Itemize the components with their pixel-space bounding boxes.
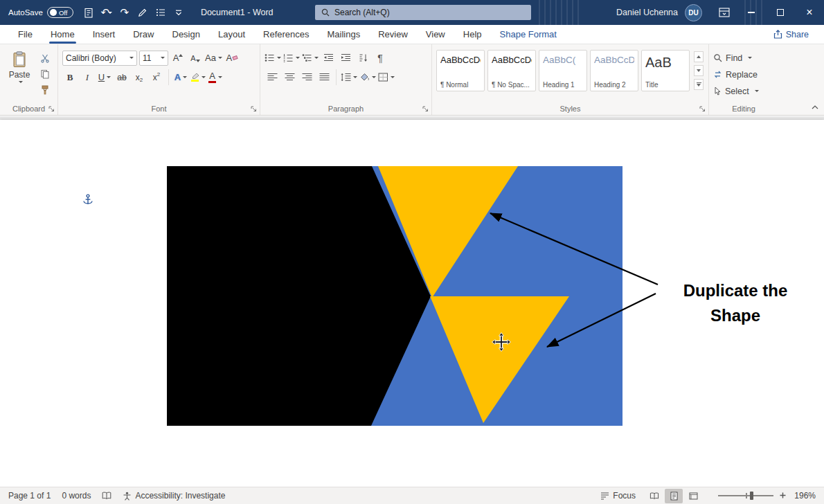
- zoom-level[interactable]: 196%: [792, 491, 816, 501]
- align-center-button[interactable]: [282, 70, 297, 84]
- word-count-status[interactable]: 0 words: [62, 491, 91, 501]
- style-no-spacing[interactable]: AaBbCcDc ¶ No Spac...: [487, 50, 536, 91]
- paragraph-dialog-launcher[interactable]: [422, 106, 429, 112]
- tab-home[interactable]: Home: [42, 26, 84, 43]
- replace-button[interactable]: Replace: [713, 68, 775, 81]
- autosave-pill[interactable]: Off: [47, 7, 73, 18]
- show-formatting-marks-button[interactable]: ¶: [373, 51, 388, 65]
- font-size-value: 11: [143, 53, 151, 63]
- page-number-status[interactable]: Page 1 of 1: [8, 491, 51, 501]
- font-dialog-launcher[interactable]: [251, 106, 257, 112]
- underline-button[interactable]: U: [97, 70, 112, 84]
- zoom-slider-thumb[interactable]: [750, 492, 753, 500]
- font-name-select[interactable]: Calibri (Body): [62, 51, 137, 66]
- numbering-button[interactable]: [283, 51, 300, 65]
- style-normal[interactable]: AaBbCcDc ¶ Normal: [436, 50, 485, 91]
- clear-formatting-button[interactable]: A: [224, 51, 240, 65]
- bullets-button[interactable]: [265, 51, 281, 65]
- copy-button[interactable]: [37, 66, 53, 81]
- grow-font-icon: [179, 54, 183, 57]
- zoom-control: 196%: [712, 491, 816, 501]
- tab-references[interactable]: References: [254, 26, 318, 43]
- shrink-font-button[interactable]: A: [188, 51, 203, 65]
- tab-layout[interactable]: Layout: [209, 26, 254, 43]
- web-layout-button[interactable]: [684, 489, 702, 503]
- text-highlight-button[interactable]: [190, 70, 206, 84]
- bold-button[interactable]: B: [62, 70, 78, 84]
- select-button[interactable]: Select: [713, 84, 775, 98]
- style-title[interactable]: AaB Title: [641, 50, 690, 91]
- save-button[interactable]: [80, 3, 97, 21]
- format-painter-button[interactable]: [37, 82, 53, 97]
- italic-button[interactable]: I: [80, 70, 95, 84]
- text-effects-button[interactable]: A: [173, 70, 188, 84]
- tab-mailings[interactable]: Mailings: [319, 26, 370, 43]
- tab-shape-format[interactable]: Shape Format: [491, 26, 566, 43]
- quick-access-toolbar: ↶ ↷: [80, 3, 187, 21]
- line-spacing-button[interactable]: [341, 70, 357, 84]
- tab-design[interactable]: Design: [163, 26, 209, 43]
- search-placeholder: Search (Alt+Q): [334, 8, 390, 17]
- styles-dialog-launcher[interactable]: [699, 106, 706, 112]
- align-left-button[interactable]: [265, 70, 280, 84]
- subscript-button[interactable]: x2: [132, 70, 147, 84]
- align-right-button[interactable]: [299, 70, 314, 84]
- style-heading-2[interactable]: AaBbCcD Heading 2: [590, 50, 638, 91]
- avatar[interactable]: DU: [685, 4, 702, 21]
- ink-button[interactable]: [134, 3, 151, 21]
- find-button[interactable]: Find: [713, 51, 775, 64]
- close-icon: ×: [806, 7, 812, 18]
- eraser-icon: [233, 55, 238, 60]
- grow-font-button[interactable]: A: [170, 51, 186, 65]
- sort-button[interactable]: [355, 51, 370, 65]
- superscript-button[interactable]: x2: [149, 70, 164, 84]
- decrease-indent-button[interactable]: [321, 51, 336, 65]
- tab-insert[interactable]: Insert: [84, 26, 125, 43]
- print-layout-button[interactable]: [665, 489, 683, 503]
- cut-button[interactable]: [37, 51, 53, 65]
- focus-button[interactable]: Focus: [600, 491, 636, 501]
- zoom-slider[interactable]: [718, 495, 773, 496]
- proofing-status[interactable]: [102, 492, 111, 500]
- redo-button[interactable]: ↷: [116, 3, 133, 21]
- bullet-list-button[interactable]: [152, 3, 169, 21]
- select-caret-icon: [755, 90, 759, 92]
- close-button[interactable]: ×: [795, 0, 824, 25]
- zoom-in-button[interactable]: [780, 491, 786, 501]
- borders-button[interactable]: [378, 70, 395, 84]
- tab-draw[interactable]: Draw: [124, 26, 163, 43]
- change-case-button[interactable]: Aa: [205, 51, 222, 65]
- style-heading-1[interactable]: AaBbC( Heading 1: [539, 50, 587, 91]
- tab-help[interactable]: Help: [454, 26, 491, 43]
- shading-button[interactable]: [359, 70, 376, 84]
- ribbon-display-options-button[interactable]: [712, 0, 737, 25]
- styles-scroll-down-button[interactable]: [694, 65, 704, 76]
- justify-button[interactable]: [316, 70, 332, 84]
- titlebar-right-cluster: Daniel Uchenna DU ×: [616, 0, 824, 25]
- tab-review[interactable]: Review: [369, 26, 417, 43]
- collapse-ribbon-button[interactable]: [812, 101, 818, 111]
- autosave-toggle[interactable]: AutoSave Off: [0, 7, 80, 18]
- font-size-select[interactable]: 11: [139, 51, 168, 66]
- clipboard-dialog-launcher[interactable]: [48, 106, 55, 112]
- anchor-indicator[interactable]: [82, 194, 93, 208]
- tab-file[interactable]: File: [9, 26, 42, 43]
- undo-button[interactable]: ↶: [98, 3, 115, 21]
- search-box[interactable]: Search (Alt+Q): [315, 5, 531, 20]
- strikethrough-button[interactable]: ab: [114, 70, 129, 84]
- user-name[interactable]: Daniel Uchenna: [616, 8, 678, 17]
- annotation-text[interactable]: Duplicate the Shape: [662, 278, 809, 328]
- styles-scroll-up-button[interactable]: [694, 51, 704, 62]
- tab-view[interactable]: View: [417, 26, 454, 43]
- styles-expand-button[interactable]: [694, 79, 704, 90]
- multilevel-list-button[interactable]: [302, 51, 319, 65]
- share-button[interactable]: Share: [773, 30, 809, 39]
- customize-qat-button[interactable]: [170, 3, 187, 21]
- paste-button[interactable]: Paste: [4, 49, 35, 97]
- maximize-button[interactable]: [766, 0, 795, 25]
- copy-icon: [40, 69, 50, 79]
- font-color-button[interactable]: A: [208, 70, 223, 84]
- read-mode-button[interactable]: [645, 489, 663, 503]
- accessibility-status[interactable]: Accessibility: Investigate: [123, 491, 225, 501]
- increase-indent-button[interactable]: [338, 51, 353, 65]
